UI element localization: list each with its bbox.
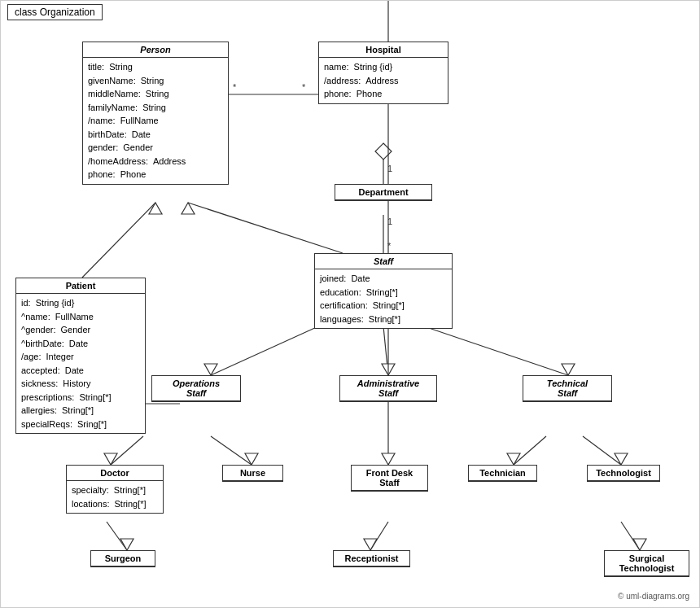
svg-text:*: * — [233, 82, 237, 92]
hospital-box: Hospital name:String {id} /address:Addre… — [318, 42, 448, 104]
svg-marker-10 — [149, 203, 162, 214]
receptionist-box: Receptionist — [333, 550, 410, 567]
surgical-technologist-box: SurgicalTechnologist — [604, 550, 689, 577]
hospital-title: Hospital — [319, 42, 448, 58]
department-title: Department — [335, 185, 431, 200]
person-attrs: title:String givenName:String middleName… — [83, 58, 228, 184]
svg-marker-4 — [375, 143, 392, 160]
front-desk-staff-title: Front DeskStaff — [352, 466, 427, 491]
svg-line-24 — [211, 436, 252, 465]
staff-box: Staff joined:Date education:String[*] ce… — [314, 253, 453, 329]
svg-line-18 — [383, 326, 388, 375]
svg-line-16 — [211, 326, 318, 375]
nurse-box: Nurse — [222, 465, 283, 482]
department-box: Department — [335, 184, 432, 201]
svg-marker-30 — [507, 453, 520, 465]
doctor-box: Doctor specialty:String[*] locations:Str… — [66, 465, 164, 514]
svg-marker-32 — [615, 453, 628, 465]
diagram-container: class Organization * * 1 1 * * — [0, 0, 700, 608]
technical-staff-title: TechnicalStaff — [523, 376, 611, 401]
svg-line-11 — [188, 203, 343, 253]
administrative-staff-title: AdministrativeStaff — [340, 376, 436, 401]
svg-line-31 — [583, 436, 621, 465]
patient-title: Patient — [16, 278, 145, 294]
doctor-attrs: specialty:String[*] locations:String[*] — [67, 481, 163, 513]
technician-box: Technician — [468, 465, 537, 482]
svg-line-9 — [82, 203, 155, 278]
technologist-box: Technologist — [587, 465, 660, 482]
nurse-title: Nurse — [223, 466, 282, 481]
svg-line-22 — [111, 436, 143, 465]
svg-line-37 — [621, 522, 640, 550]
svg-line-20 — [424, 326, 568, 375]
svg-line-33 — [107, 522, 127, 550]
svg-text:*: * — [387, 241, 392, 251]
patient-box: Patient id:String {id} ^name:FullName ^g… — [15, 278, 146, 434]
operations-staff-box: OperationsStaff — [151, 375, 241, 402]
svg-marker-25 — [245, 453, 258, 465]
surgeon-box: Surgeon — [90, 550, 155, 567]
svg-marker-12 — [182, 203, 195, 214]
svg-marker-34 — [120, 539, 133, 550]
staff-attrs: joined:Date education:String[*] certific… — [315, 269, 452, 328]
technician-title: Technician — [469, 466, 536, 481]
administrative-staff-box: AdministrativeStaff — [339, 375, 437, 402]
watermark: © uml-diagrams.org — [618, 592, 689, 601]
hospital-attrs: name:String {id} /address:Address phone:… — [319, 58, 448, 103]
surgical-technologist-title: SurgicalTechnologist — [605, 551, 689, 576]
diagram-title: class Organization — [7, 4, 103, 20]
svg-line-35 — [370, 522, 388, 550]
person-title: Person — [83, 42, 228, 58]
svg-marker-28 — [382, 453, 395, 465]
front-desk-staff-box: Front DeskStaff — [351, 465, 428, 492]
technical-staff-box: TechnicalStaff — [523, 375, 612, 402]
svg-marker-36 — [364, 539, 377, 550]
svg-marker-21 — [562, 364, 575, 375]
svg-line-29 — [514, 436, 546, 465]
svg-text:*: * — [302, 82, 306, 92]
surgeon-title: Surgeon — [91, 551, 155, 566]
doctor-title: Doctor — [67, 466, 163, 481]
svg-marker-19 — [382, 364, 395, 375]
staff-title: Staff — [315, 254, 452, 269]
svg-text:1: 1 — [387, 164, 392, 173]
patient-attrs: id:String {id} ^name:FullName ^gender:Ge… — [16, 294, 145, 433]
svg-marker-17 — [204, 364, 217, 375]
svg-text:1: 1 — [387, 217, 392, 226]
operations-staff-title: OperationsStaff — [152, 376, 240, 401]
svg-marker-23 — [104, 453, 117, 465]
person-box: Person title:String givenName:String mid… — [82, 42, 229, 185]
receptionist-title: Receptionist — [334, 551, 409, 566]
technologist-title: Technologist — [588, 466, 659, 481]
svg-marker-38 — [633, 539, 646, 550]
